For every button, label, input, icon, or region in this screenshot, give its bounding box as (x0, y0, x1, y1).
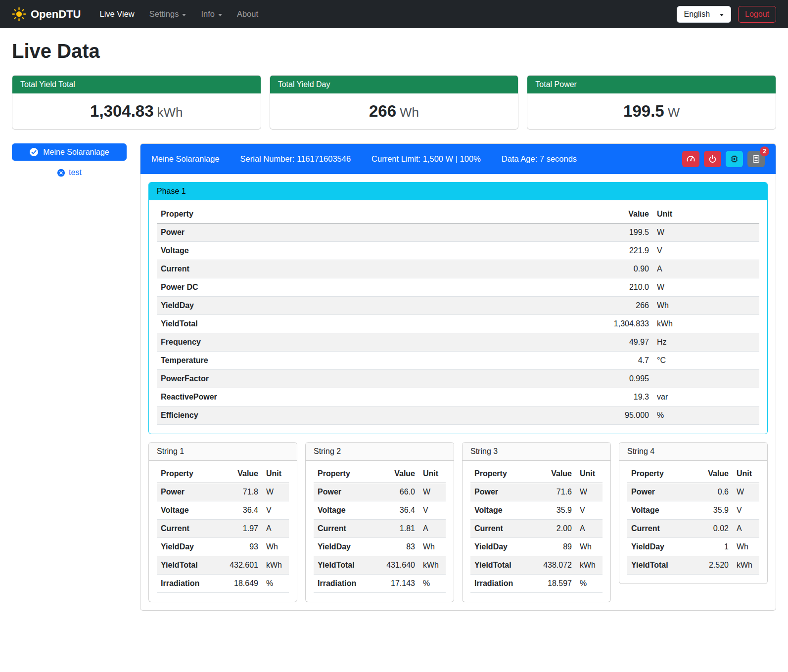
table-cell: % (262, 575, 289, 593)
phase-card: Phase 1 Property Value Unit P (148, 182, 768, 434)
brand[interactable]: OpenDTU (12, 7, 81, 21)
table-cell: YieldTotal (157, 315, 599, 333)
table-row: YieldDay93Wh (157, 538, 289, 556)
sidebar-item-test[interactable]: test (12, 168, 127, 177)
column-header-value: Value (690, 465, 733, 483)
table-cell: Irradiation (157, 575, 220, 593)
nav-links: Live View Settings Info About (93, 5, 676, 23)
string-card-1: String 1 Property Value Unit (148, 442, 297, 602)
table-cell: 1.81 (376, 520, 419, 538)
chevron-down-icon (720, 14, 724, 16)
event-count-badge: 2 (760, 146, 769, 156)
string-body: Property Value Unit Power66.0WVoltage36.… (306, 461, 454, 602)
column-header-value: Value (376, 465, 419, 483)
table-cell: YieldDay (157, 538, 220, 556)
table-row: Irradiation17.143% (314, 575, 446, 593)
event-log-button[interactable]: 2 (747, 151, 765, 167)
table-cell: 17.143 (376, 575, 419, 593)
table-row: Voltage36.4V (157, 501, 289, 520)
check-circle-icon (29, 147, 39, 157)
nav-settings[interactable]: Settings (143, 5, 192, 23)
table-header-row: Property Value Unit (314, 465, 446, 483)
limit-settings-button[interactable] (682, 151, 699, 167)
table-cell: A (576, 520, 603, 538)
table-cell: ReactivePower (157, 388, 599, 406)
summary-card-total-power: Total Power 199.5W (527, 75, 776, 130)
language-select[interactable]: English (677, 6, 731, 23)
table-cell: °C (653, 352, 759, 370)
table-cell: Frequency (157, 333, 599, 352)
nav-info[interactable]: Info (195, 5, 228, 23)
string-body: Property Value Unit Power71.8WVoltage36.… (149, 461, 297, 602)
nav-info-label: Info (201, 9, 215, 19)
table-cell: YieldTotal (314, 556, 376, 575)
table-cell: Wh (262, 538, 289, 556)
table-cell: V (576, 501, 603, 520)
table-cell: 36.4 (376, 501, 419, 520)
inverter-serial: Serial Number: 116171603546 (240, 154, 351, 164)
table-cell: 71.8 (220, 483, 262, 501)
summary-card-unit: Wh (400, 105, 419, 120)
table-cell: V (653, 242, 759, 260)
device-info-button[interactable] (726, 151, 743, 167)
table-row: Efficiency95.000% (157, 406, 759, 425)
table-cell: 438.072 (533, 556, 576, 575)
summary-card-title: Total Yield Day (270, 76, 518, 93)
table-cell: V (419, 501, 446, 520)
table-row: Voltage36.4V (314, 501, 446, 520)
inverter-name: Meine Solaranlage (151, 154, 220, 164)
table-row: Power66.0W (314, 483, 446, 501)
summary-card-value: 266 (369, 102, 396, 120)
sidebar-item-label: Meine Solaranlage (43, 148, 109, 157)
table-cell: YieldTotal (470, 556, 533, 575)
table-row: YieldTotal2.520kWh (627, 556, 759, 575)
table-cell: Voltage (470, 501, 533, 520)
table-cell: 36.4 (220, 501, 262, 520)
string-card-3: String 3 Property Value Unit (462, 442, 611, 602)
nav-about[interactable]: About (231, 5, 264, 23)
table-cell: Power DC (157, 278, 599, 297)
table-cell: 93 (220, 538, 262, 556)
string-body: Property Value Unit Power0.6WVoltage35.9… (619, 461, 767, 583)
table-cell: Wh (576, 538, 603, 556)
table-cell: 0.6 (690, 483, 733, 501)
table-cell: A (262, 520, 289, 538)
table-cell: Power (314, 483, 376, 501)
summary-cards-row: Total Yield Total 1,304.83kWh Total Yiel… (12, 75, 776, 130)
logout-button[interactable]: Logout (738, 6, 776, 23)
column-header-value: Value (599, 205, 653, 224)
summary-card-value: 1,304.83 (90, 102, 153, 120)
table-cell: % (419, 575, 446, 593)
table-cell: PowerFactor (157, 370, 599, 388)
summary-card-value: 199.5 (623, 102, 664, 120)
x-circle-icon (57, 169, 65, 177)
table-cell: A (653, 260, 759, 278)
sun-logo-icon (12, 7, 26, 21)
string-table: Property Value Unit Power71.8WVoltage36.… (157, 465, 289, 593)
nav-live-view[interactable]: Live View (93, 5, 140, 23)
column-header-property: Property (157, 205, 599, 224)
column-header-property: Property (157, 465, 220, 483)
table-cell: YieldDay (314, 538, 376, 556)
table-row: YieldTotal431.640kWh (314, 556, 446, 575)
table-cell: 1 (690, 538, 733, 556)
table-row: Current2.00A (470, 520, 603, 538)
table-cell: W (419, 483, 446, 501)
table-cell: 2.520 (690, 556, 733, 575)
strings-row: String 1 Property Value Unit (148, 442, 768, 602)
table-cell: Current (157, 260, 599, 278)
table-cell: 19.3 (599, 388, 653, 406)
string-card-4: String 4 Property Value Unit (619, 442, 768, 584)
column-header-unit: Unit (653, 205, 759, 224)
string-title: String 1 (149, 443, 297, 461)
page-title: Live Data (12, 40, 776, 62)
table-cell: Hz (653, 333, 759, 352)
string-title: String 2 (306, 443, 454, 461)
column-header-unit: Unit (419, 465, 446, 483)
table-row: YieldTotal438.072kWh (470, 556, 603, 575)
sidebar-item-meine-solaranlage[interactable]: Meine Solaranlage (12, 143, 127, 161)
column-header-property: Property (314, 465, 376, 483)
power-button[interactable] (704, 151, 721, 167)
table-cell: W (576, 483, 603, 501)
table-row: Current1.81A (314, 520, 446, 538)
